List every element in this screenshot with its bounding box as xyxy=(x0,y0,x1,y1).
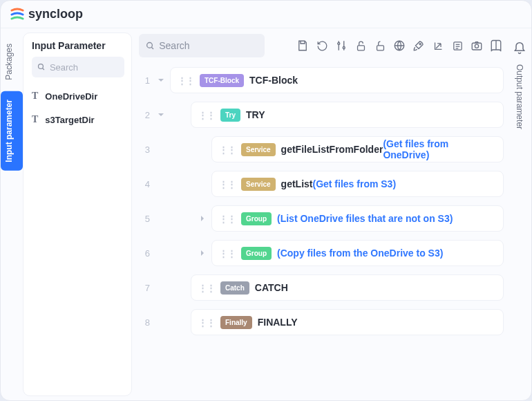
line-number: 1 xyxy=(139,75,150,86)
drag-grip-icon[interactable]: ⋮⋮ xyxy=(198,110,215,120)
globe-icon[interactable] xyxy=(392,38,407,53)
step-card[interactable]: ⋮⋮CatchCATCH xyxy=(191,274,504,301)
book-icon[interactable] xyxy=(488,38,504,53)
svg-point-4 xyxy=(338,43,340,45)
step-card[interactable]: ⋮⋮Group(List OneDrive files that are not… xyxy=(211,205,504,232)
flow-row[interactable]: 6⋮⋮Group(Copy files from the OneDrive to… xyxy=(139,240,504,266)
flow-row[interactable]: 8⋮⋮FinallyFINALLY xyxy=(139,309,504,335)
line-number: 7 xyxy=(139,283,150,293)
step-card[interactable]: ⋮⋮ServicegetList (Get files from S3) xyxy=(211,171,504,197)
step-badge: Service xyxy=(241,178,276,191)
step-card[interactable]: ⋮⋮TryTRY xyxy=(191,102,504,128)
step-badge: TCF-Block xyxy=(200,74,244,87)
chevron-right-icon[interactable] xyxy=(197,250,208,257)
flow-row[interactable]: 1⋮⋮TCF-BlockTCF-Block xyxy=(139,67,504,93)
save-icon[interactable] xyxy=(295,38,310,53)
svg-line-1 xyxy=(42,68,44,69)
step-text: FINALLY xyxy=(258,317,298,328)
flow-row[interactable]: 7⋮⋮CatchCATCH xyxy=(139,274,504,301)
unlock-icon[interactable] xyxy=(353,38,368,53)
flow-row[interactable]: 2⋮⋮TryTRY xyxy=(139,102,504,128)
sidebar-item-onedrivedir[interactable]: T OneDriveDir xyxy=(32,84,124,108)
flow-row[interactable]: 3⋮⋮ServicegetFileListFromFolder (Get fil… xyxy=(139,136,504,162)
sidebar-item-s3targetdir[interactable]: T s3TargetDir xyxy=(32,108,124,131)
right-bar: Output parameter xyxy=(508,28,531,400)
step-card[interactable]: ⋮⋮FinallyFINALLY xyxy=(191,309,504,335)
bell-icon[interactable] xyxy=(512,41,527,56)
svg-point-2 xyxy=(147,42,153,48)
step-card[interactable]: ⋮⋮TCF-BlockTCF-Block xyxy=(170,67,504,93)
drag-grip-icon[interactable]: ⋮⋮ xyxy=(219,214,236,224)
step-badge: Group xyxy=(241,247,272,260)
camera-icon[interactable] xyxy=(469,38,484,53)
chevron-down-icon[interactable] xyxy=(155,111,167,118)
step-badge: Group xyxy=(241,212,272,225)
tab-packages[interactable]: Packages xyxy=(1,35,23,88)
search-icon xyxy=(37,62,46,72)
logo: syncloop xyxy=(10,7,83,21)
line-number: 4 xyxy=(139,179,150,189)
main: Packages Input parameter Input Parameter… xyxy=(1,28,531,400)
svg-point-9 xyxy=(419,44,421,45)
step-badge: Service xyxy=(241,143,276,156)
sidebar: Input Parameter T OneDriveDir T s3Target… xyxy=(23,32,132,396)
logo-icon xyxy=(10,8,24,21)
step-text: CATCH xyxy=(255,282,288,293)
step-badge: Catch xyxy=(220,281,249,295)
step-hint: (Get files from S3) xyxy=(312,178,396,189)
drag-grip-icon[interactable]: ⋮⋮ xyxy=(219,179,236,189)
svg-rect-7 xyxy=(377,45,383,50)
sidebar-item-label: OneDriveDir xyxy=(45,91,97,102)
svg-point-0 xyxy=(38,64,43,69)
list-icon[interactable] xyxy=(450,38,465,53)
flow-row[interactable]: 5⋮⋮Group(List OneDrive files that are no… xyxy=(139,205,504,232)
export-icon[interactable] xyxy=(430,38,446,53)
line-number: 2 xyxy=(139,110,150,120)
brand-name: syncloop xyxy=(28,7,83,21)
sidebar-title: Input Parameter xyxy=(32,40,124,51)
app-window: syncloop Packages Input parameter Input … xyxy=(0,0,532,401)
step-hint: (Copy files from the OneDrive to S3) xyxy=(277,248,443,259)
drag-grip-icon[interactable]: ⋮⋮ xyxy=(178,75,194,86)
step-text: getFileListFromFolder xyxy=(281,144,383,155)
search-icon xyxy=(146,41,155,51)
flow-rows: 1⋮⋮TCF-BlockTCF-Block2⋮⋮TryTRY3⋮⋮Service… xyxy=(139,67,504,395)
main-search[interactable] xyxy=(139,34,265,57)
refresh-icon[interactable] xyxy=(314,38,330,53)
flow-row[interactable]: 4⋮⋮ServicegetList (Get files from S3) xyxy=(139,171,504,197)
chevron-down-icon[interactable] xyxy=(155,77,167,84)
settings-icon[interactable] xyxy=(334,38,349,53)
drag-grip-icon[interactable]: ⋮⋮ xyxy=(219,248,236,259)
toolbar xyxy=(139,34,504,57)
center-panel: 1⋮⋮TCF-BlockTCF-Block2⋮⋮TryTRY3⋮⋮Service… xyxy=(132,28,508,400)
tab-output-parameter[interactable]: Output parameter xyxy=(515,64,524,129)
sidebar-search-input[interactable] xyxy=(50,62,119,73)
header: syncloop xyxy=(1,1,531,28)
step-hint: (Get files from OneDrive) xyxy=(383,138,496,160)
line-number: 8 xyxy=(139,317,150,328)
main-search-input[interactable] xyxy=(159,40,258,51)
sidebar-item-label: s3TargetDir xyxy=(45,115,94,125)
lock-icon[interactable] xyxy=(372,38,388,53)
step-card[interactable]: ⋮⋮Group(Copy files from the OneDrive to … xyxy=(211,240,504,266)
step-text: TRY xyxy=(246,109,265,120)
left-tabs: Packages Input parameter xyxy=(1,28,23,400)
step-badge: Finally xyxy=(220,316,252,329)
drag-grip-icon[interactable]: ⋮⋮ xyxy=(219,144,236,155)
toolbar-icons xyxy=(295,38,504,53)
line-number: 3 xyxy=(139,144,150,155)
rocket-icon[interactable] xyxy=(411,38,426,53)
line-number: 5 xyxy=(139,214,150,224)
step-text: getList xyxy=(281,178,313,189)
step-text: TCF-Block xyxy=(249,75,298,86)
svg-point-15 xyxy=(475,44,478,48)
drag-grip-icon[interactable]: ⋮⋮ xyxy=(198,283,215,293)
chevron-right-icon[interactable] xyxy=(197,215,208,222)
svg-rect-6 xyxy=(357,45,364,50)
step-card[interactable]: ⋮⋮ServicegetFileListFromFolder (Get file… xyxy=(211,136,504,162)
drag-grip-icon[interactable]: ⋮⋮ xyxy=(198,317,215,328)
sidebar-search[interactable] xyxy=(32,57,124,77)
text-type-icon: T xyxy=(32,91,38,102)
line-number: 6 xyxy=(139,248,150,259)
tab-input-parameter[interactable]: Input parameter xyxy=(1,91,23,171)
